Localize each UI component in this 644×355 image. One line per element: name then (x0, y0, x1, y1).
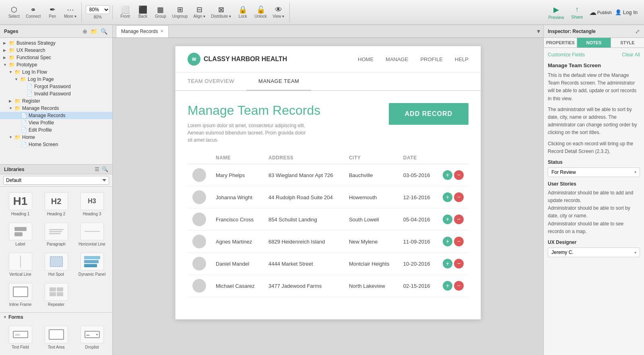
sidebar-item-edit-profile[interactable]: 📄 Edit Profile (0, 126, 112, 134)
align-button[interactable]: ⊟ Align (191, 2, 208, 23)
col-address[interactable]: ADDRESS (264, 152, 344, 164)
pen-button[interactable]: ✒ Pen (44, 2, 61, 23)
insp-tab-notes[interactable]: NOTES (577, 38, 611, 47)
main-layout: Pages ⊕ 📁 🔍 ▶ 📁 Business Strategy ▶ 📁 UX… (0, 25, 644, 355)
inspector-expand-button[interactable]: ⤢ (635, 28, 640, 35)
add-record-button[interactable]: ADD RECORD (389, 103, 469, 125)
component-paragraph[interactable]: Paragraph (39, 220, 73, 249)
unlock-button[interactable]: 🔓 Unlock (252, 2, 269, 23)
nav-link-help[interactable]: HELP (455, 56, 469, 62)
component-droplist[interactable]: ▬▾ Droplist (75, 323, 109, 352)
table-row[interactable]: Francisco Cross 854 Schulist Landing Sou… (188, 208, 469, 231)
libraries-search-button[interactable]: 🔍 (102, 166, 108, 172)
add-record-button-3[interactable]: + (443, 237, 452, 246)
table-row[interactable]: Daniel Mandel 4444 Market Street Montcla… (188, 253, 469, 275)
component-text-area[interactable]: Text Area (39, 323, 73, 352)
tab-manage-records[interactable]: Manage Records ✕ (116, 25, 169, 37)
remove-record-button-4[interactable]: − (454, 259, 464, 268)
sidebar-add-page-button[interactable]: ⊕ (82, 27, 88, 35)
login-button[interactable]: 👤 Log In (615, 9, 638, 15)
connect-button[interactable]: ⚭ Connect (23, 2, 43, 23)
nav-link-manage[interactable]: MANAGE (386, 56, 408, 62)
col-name[interactable]: NAME (211, 152, 264, 164)
library-select[interactable]: Default (3, 176, 109, 185)
component-heading3[interactable]: H3 Heading 3 (75, 190, 109, 219)
component-text-field[interactable]: abc Text Field (3, 323, 37, 352)
folder-icon: 📁 (9, 62, 15, 68)
table-row[interactable]: Mary Phelps 83 Wiegland Manor Apt 726 Ba… (188, 164, 469, 186)
component-vline[interactable]: Vertical Line (3, 250, 37, 279)
add-record-button-5[interactable]: + (443, 281, 452, 291)
remove-record-button-1[interactable]: − (454, 192, 464, 202)
table-row[interactable]: Agnes Martinez 6829 Heidenreich Island N… (188, 231, 469, 253)
sidebar-item-business-strategy[interactable]: ▶ 📁 Business Strategy (0, 39, 112, 47)
component-dynamic-panel[interactable]: Dynamic Panel (75, 250, 109, 279)
preview-button[interactable]: ▶ Preview (547, 2, 565, 23)
status-select[interactable]: For Review ▾ (548, 167, 640, 177)
component-repeater[interactable]: Repeater (39, 281, 73, 309)
remove-record-button-0[interactable]: − (454, 170, 464, 180)
front-button[interactable]: ⬜ Front (117, 2, 134, 23)
forms-header[interactable]: ▼ Forms (0, 313, 112, 322)
share-button[interactable]: ↑ Share (568, 2, 586, 23)
component-hotspot[interactable]: Hot Spot (39, 250, 73, 279)
component-hline[interactable]: Horizontal Line (75, 220, 109, 249)
view-button[interactable]: 👁 View (270, 2, 287, 23)
add-record-button-1[interactable]: + (443, 192, 452, 202)
remove-record-button-5[interactable]: − (454, 281, 464, 291)
select-button[interactable]: ⬡ Select (6, 2, 23, 23)
component-inline-frame[interactable]: Inline Frame (3, 281, 37, 309)
zoom-select[interactable]: 80% (86, 5, 110, 14)
sidebar-item-invalid-password[interactable]: 📄 Invalid Password (0, 90, 112, 97)
sidebar-item-register[interactable]: ▶ 📁 Register (0, 97, 112, 105)
record-city: Montclair Heights (344, 253, 398, 275)
back-label: Back (138, 14, 147, 19)
sidebar-add-folder-button[interactable]: 📁 (90, 27, 98, 35)
add-record-button-2[interactable]: + (443, 215, 452, 224)
insp-tab-properties[interactable]: PROPERTIES (544, 38, 577, 47)
sidebar-item-home-screen[interactable]: 📄 Home Screen (0, 141, 112, 148)
clear-all-link[interactable]: Clear All (622, 52, 640, 58)
tab-team-overview[interactable]: TEAM OVERVIEW (175, 72, 246, 91)
sidebar-search-button[interactable]: 🔍 (100, 27, 108, 35)
tab-close-icon[interactable]: ✕ (160, 29, 163, 33)
group-button[interactable]: ▦ Group (152, 2, 169, 23)
table-row[interactable]: Michael Casarez 3477 Jadewood Farms Nort… (188, 275, 469, 297)
col-city[interactable]: CITY (344, 152, 398, 164)
remove-record-button-3[interactable]: − (454, 237, 464, 246)
libraries-list-button[interactable]: ☰ (95, 166, 99, 172)
sidebar-item-login-flow[interactable]: ▼ 📁 Log In Flow (0, 68, 112, 76)
col-date[interactable]: DATE (398, 152, 438, 164)
sidebar-item-label: Manage Records (29, 113, 65, 118)
lock-button[interactable]: 🔒 Lock (234, 2, 251, 23)
more-button[interactable]: ⋯ More (62, 2, 79, 23)
back-button[interactable]: ⬛ Back (134, 2, 151, 23)
component-heading2[interactable]: H2 Heading 2 (39, 190, 73, 219)
add-record-button-4[interactable]: + (443, 259, 452, 268)
nav-link-home[interactable]: HOME (358, 56, 374, 62)
remove-record-button-2[interactable]: − (454, 215, 464, 224)
component-label-item[interactable]: Label (3, 220, 37, 249)
add-record-button-0[interactable]: + (443, 170, 452, 180)
component-heading1[interactable]: H1 Heading 1 (3, 190, 37, 219)
sidebar-item-view-profile[interactable]: 📄 View Profile (0, 119, 112, 126)
tab-dropdown-button[interactable]: ▾ (537, 27, 540, 35)
sidebar-item-functional-spec[interactable]: ▶ 📁 Functional Spec (0, 54, 112, 61)
sidebar-item-forgot-password[interactable]: 📄 Forgot Password (0, 83, 112, 90)
ungroup-button[interactable]: ⊞ Ungroup (170, 2, 190, 23)
sidebar-item-ux-research[interactable]: ▶ 📁 UX Research (0, 47, 112, 54)
distribute-button[interactable]: ⊠ Distribute (208, 2, 233, 23)
insp-tab-style[interactable]: STYLE (611, 38, 644, 47)
sidebar-item-manage-records-folder[interactable]: ▼ 📁 Manage Records (0, 105, 112, 112)
sidebar-item-login-page[interactable]: ▼ 📁 Log In Page (0, 76, 112, 83)
publish-button[interactable]: ☁ Publish (589, 2, 612, 23)
tab-manage-team[interactable]: MANAGE TEAM (246, 72, 311, 91)
sidebar-item-manage-records[interactable]: 📄 Manage Records (0, 112, 112, 119)
table-row[interactable]: Johanna Wright 44 Rudolph Road Suite 204… (188, 186, 469, 208)
sidebar-item-prototype[interactable]: ▼ 📁 Prototype (0, 61, 112, 68)
sidebar-item-home[interactable]: ▼ 📁 Home (0, 134, 112, 141)
ux-designer-select[interactable]: Jeremy C. ▾ (548, 248, 640, 257)
nav-link-profile[interactable]: PROFILE (420, 56, 443, 62)
component-label: Heading 3 (83, 212, 101, 216)
customize-fields-link[interactable]: Customize Fields (548, 52, 585, 58)
